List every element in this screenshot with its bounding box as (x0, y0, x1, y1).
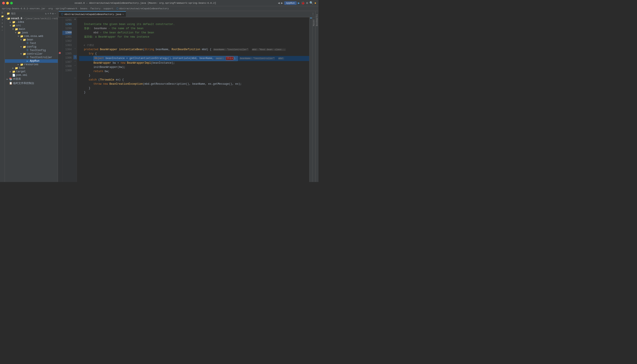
window-controls[interactable] (2, 2, 13, 4)
tree-item-testconfig[interactable]: © TestConfig (5, 49, 58, 52)
collapse-icon[interactable]: ⬆ (48, 12, 49, 15)
line-numbers: 1291 1298 1299 1300 1301 1302 1303 1304 … (62, 17, 74, 182)
breadcrumb: spring-beans-6.0.2-sources.jar › org › s… (0, 6, 318, 11)
folder-icon: 📁 (7, 17, 10, 20)
tree-item-src[interactable]: ▼ 📁 src (5, 24, 58, 28)
close-button[interactable] (2, 2, 5, 4)
code-line: initBeanWrapper(bw); (79, 65, 309, 70)
nav-forward-icon[interactable]: ▶ (281, 1, 283, 5)
folder-icon: 📁 (22, 52, 26, 56)
xml-icon: 📄 (12, 74, 16, 77)
window-title: ossa3.0 – AbstractAutowireCapableBeanFac… (13, 2, 278, 4)
breadcrumb-item[interactable]: support (103, 7, 114, 10)
tree-item-ossa[interactable]: ▼ 📁 ossa3.0 ~/java/java/seckill-redi... (5, 17, 58, 20)
scroll-marker (310, 18, 312, 18)
toolbar-right[interactable]: ◀ ▶ AppRun ▶ 🐞 ⚙ 🔍 ● (278, 1, 316, 5)
tree-item-external[interactable]: ▶ 📚 外部库 (5, 77, 58, 81)
tree-item-temp[interactable]: 📋 临时文件和控制台 (5, 81, 58, 85)
folder-icon: 📁 (22, 38, 26, 41)
run-icon: ▶ (26, 60, 29, 62)
folder-icon: 📁 (12, 20, 16, 24)
search-icon[interactable]: 🔍 (310, 1, 313, 5)
code-line: } (79, 86, 309, 90)
tree-item-controller[interactable]: ▼ 📁 controller (5, 52, 58, 56)
run-icon[interactable]: ▶ (298, 1, 300, 5)
project-sidebar: 📁 项目 ↻ ⬆ ≡ ⚙ — ▼ 📁 ossa3.0 ~/java/java/s… (5, 11, 58, 182)
tree-item-test[interactable]: ▶ 📁 test (5, 66, 58, 70)
breadcrumb-item[interactable]: beans (80, 7, 88, 10)
code-line: } (79, 74, 309, 78)
code-line: 返回值: a BeanWrapper for the new instance (79, 35, 309, 39)
nav-back-icon[interactable]: ◀ (278, 1, 280, 5)
tab-label: AbstractAutowireCapableBeanFactory.java (64, 13, 121, 16)
code-line: Instantiate the given bean using its def… (79, 22, 309, 26)
folder-icon: 📁 (7, 12, 10, 15)
code-line-1300: Object beanInstance = getInstantiationSt… (79, 56, 309, 61)
breadcrumb-item[interactable]: springframework (56, 7, 78, 10)
right-gutter (309, 17, 312, 182)
panel-icon[interactable]: ⬆ (2, 18, 3, 21)
class-icon: © (26, 56, 29, 59)
tree-item-resources[interactable]: ▶ 📁 resources (5, 63, 58, 66)
settings-icon[interactable]: ⚙ (52, 12, 54, 15)
tree-item-config[interactable]: ▼ 📁 config (5, 45, 58, 49)
panel-icon[interactable]: ☰ (1, 12, 3, 14)
code-line: throw new BeanCreationException(mbd.getR… (79, 82, 309, 86)
code-line: protected BeanWrapper instantiateBean(St… (79, 48, 309, 52)
avatar-icon[interactable]: ● (314, 1, 316, 5)
tree-item-target[interactable]: ▶ 📁 target (5, 70, 58, 74)
run-config-button[interactable]: AppRun (284, 1, 296, 5)
title-bar: ossa3.0 – AbstractAutowireCapableBeanFac… (0, 0, 318, 6)
filter-icon[interactable]: ≡ (50, 12, 51, 15)
tree-item-idea[interactable]: ▶ 📁 .idea (5, 20, 58, 24)
folder-icon: 📁 (22, 45, 26, 48)
tree-item-apprun[interactable]: ▶ AppRun (5, 59, 58, 63)
close-icon[interactable]: — (54, 12, 56, 15)
code-line: BeanWrapper bw = new BeanWrapperImpl(bea… (79, 61, 309, 65)
tab-main-file[interactable]: ⬡ AbstractAutowireCapableBeanFactory.jav… (59, 11, 126, 17)
tab-close-button[interactable]: ✕ (122, 13, 124, 16)
tree-item-com[interactable]: ▼ 📁 com.ossa.web (5, 34, 58, 38)
sidebar-title: 项目 (11, 12, 16, 15)
breadcrumb-item[interactable]: ⬡ AbstractAutowireCapableBeanFactory (116, 7, 169, 10)
breadcrumb-item[interactable]: spring-beans-6.0.2-sources.jar (2, 7, 46, 10)
code-line: } (79, 90, 309, 95)
folder-icon: 📁 (14, 28, 18, 31)
sidebar-tools[interactable]: ↻ ⬆ ≡ ⚙ — (45, 12, 56, 15)
right-bookmarks: Bookmarks (316, 11, 318, 182)
tree-item-main[interactable]: ▼ 📁 main (5, 28, 58, 31)
bookmarks-label[interactable]: Bookmarks (316, 14, 318, 26)
tree-item-testcontroller[interactable]: © TestController (5, 56, 58, 59)
panel-icon[interactable]: 📁 (1, 15, 4, 18)
breadcrumb-item[interactable]: factory (90, 7, 100, 10)
code-line: 形参: beanName – the name of the bean (79, 26, 309, 31)
maximize-button[interactable] (10, 2, 13, 4)
tree-item-bean[interactable]: ▼ 📁 bean (5, 38, 58, 42)
debug-icon[interactable]: 🐞 (301, 1, 305, 5)
java-icon: ⬡ (61, 12, 63, 16)
tree-item-java[interactable]: ▼ 📁 java (5, 31, 58, 34)
code-line: try { (79, 52, 309, 56)
editor-area: → 1291 1298 1299 1300 1301 1302 1303 (58, 17, 316, 182)
folder-icon: 📁 (20, 35, 24, 38)
code-editor[interactable]: Instantiate the given bean using its def… (77, 17, 309, 182)
folder-icon: 📁 (20, 63, 24, 66)
tree-item-pom[interactable]: 📄 pom.xml (5, 74, 58, 77)
sync-icon[interactable]: ↻ (45, 12, 47, 15)
panel-icon[interactable]: ⚙ (2, 26, 3, 28)
code-line: return bw; (79, 70, 309, 74)
editor-content: → 1291 1298 1299 1300 1301 1302 1303 (58, 17, 316, 182)
breadcrumb-item[interactable]: org (48, 7, 53, 10)
panel-icon[interactable]: — (2, 29, 3, 32)
more-tabs-icon[interactable]: ⋮ (312, 12, 314, 16)
project-tree: ▼ 📁 ossa3.0 ~/java/java/seckill-redi... … (5, 16, 58, 182)
left-panel-icons: ☰ 📁 ⬆ ≡ ⚙ — (0, 11, 5, 182)
minimize-button[interactable] (6, 2, 9, 4)
maven-label[interactable]: Maven (313, 20, 315, 26)
maven-panel[interactable]: Maven (312, 17, 316, 182)
lib-icon: 📚 (9, 78, 12, 81)
class-icon: © (26, 42, 29, 45)
panel-icon[interactable]: ≡ (2, 22, 3, 24)
settings-icon[interactable]: ⚙ (306, 1, 308, 5)
tree-item-test-class[interactable]: © Test (5, 42, 58, 45)
